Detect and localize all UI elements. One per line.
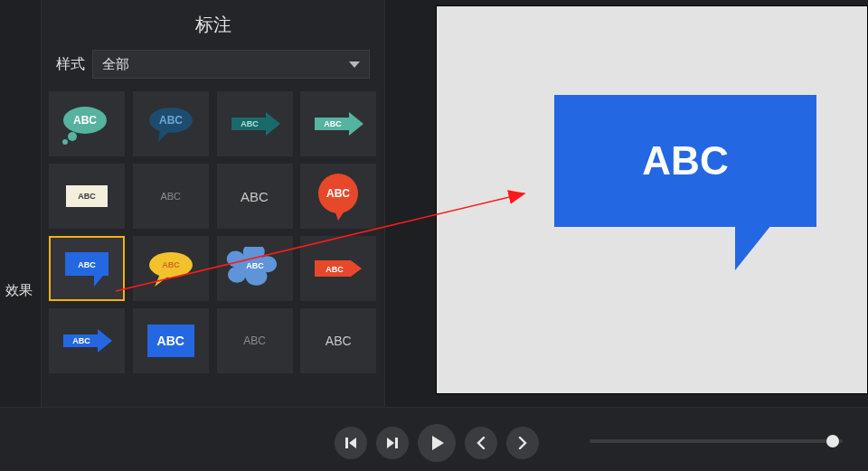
callout-item-text-4[interactable]: ABC	[300, 308, 376, 373]
seek-knob[interactable]	[826, 435, 839, 447]
callout-preview-text: ABC	[642, 138, 728, 184]
rectangle-icon: ABC	[147, 325, 194, 357]
arrow-right-icon: ABC	[309, 110, 367, 137]
playback-bar	[0, 407, 868, 471]
text-icon: ABC	[326, 334, 352, 348]
style-dropdown[interactable]: 全部	[92, 50, 370, 79]
svg-point-2	[62, 139, 68, 145]
svg-point-1	[68, 132, 77, 141]
arrow-right-icon: ABC	[226, 110, 284, 137]
callout-tail	[735, 225, 771, 270]
prev-button[interactable]	[465, 427, 497, 459]
callout-item-oval-navy[interactable]: ABC	[133, 91, 209, 156]
step-fwd-icon	[385, 436, 400, 450]
step-fwd-button[interactable]	[376, 427, 409, 459]
callout-item-arrow-teal-dark[interactable]: ABC	[217, 91, 293, 156]
text-icon: ABC	[241, 189, 269, 204]
thought-bubble-icon: ABC	[226, 247, 284, 290]
arrow-tag-icon: ABC	[313, 259, 363, 278]
callout-item-rect-cream[interactable]: ABC	[49, 164, 125, 229]
svg-text:ABC: ABC	[162, 260, 180, 269]
preview-canvas[interactable]: ABC	[436, 5, 868, 394]
play-icon	[428, 434, 446, 452]
callout-item-arrow-blue-solid[interactable]: ABC	[49, 308, 125, 373]
sidebar-item-effects[interactable]: 效果	[5, 282, 33, 299]
svg-text:ABC: ABC	[72, 336, 90, 345]
step-back-button[interactable]	[335, 427, 367, 459]
callout-grid: ABC ABC ABC	[42, 91, 384, 399]
text-icon: ABC	[160, 191, 181, 202]
chevron-down-icon	[349, 61, 360, 68]
callouts-panel: 标注 样式 全部 ABC	[42, 0, 385, 407]
callout-item-text-1[interactable]: ABC	[133, 164, 209, 229]
speech-rect-icon: ABC	[61, 249, 112, 288]
rectangle-icon: ABC	[66, 185, 108, 207]
callout-item-oval-orange[interactable]: ABC	[300, 164, 376, 229]
callout-item-arrow-teal-solid[interactable]: ABC	[300, 91, 376, 156]
svg-text:ABC: ABC	[73, 114, 97, 127]
arrow-right-icon: ABC	[58, 327, 116, 354]
callout-item-rect-callout-blue[interactable]: ABC	[49, 236, 125, 301]
svg-rect-19	[395, 438, 398, 448]
style-filter-row: 样式 全部	[42, 46, 384, 91]
preview-area: ABC	[385, 0, 868, 407]
speech-rect-icon: ABC	[554, 95, 816, 227]
panel-title: 标注	[42, 0, 384, 46]
left-sidebar: 效果	[0, 0, 42, 407]
seek-slider[interactable]	[590, 439, 843, 443]
svg-text:ABC: ABC	[326, 265, 344, 274]
callout-item-text-3[interactable]: ABC	[217, 308, 293, 373]
callout-item-oval-yellow[interactable]: ABC	[133, 236, 209, 301]
step-back-icon	[344, 436, 358, 450]
play-button[interactable]	[418, 424, 456, 462]
svg-text:ABC: ABC	[246, 261, 264, 270]
callout-item-text-2[interactable]: ABC	[217, 164, 293, 229]
callout-item-thought-ltblue[interactable]: ABC	[217, 236, 293, 301]
speech-oval-icon: ABC	[142, 247, 200, 290]
chevron-left-icon	[475, 437, 487, 449]
callout-item-rect-blue[interactable]: ABC	[133, 308, 209, 373]
text-icon: ABC	[243, 334, 266, 347]
style-label: 样式	[56, 55, 85, 74]
thought-bubble-icon: ABC	[58, 102, 116, 146]
callout-item-arrow-orange-tag[interactable]: ABC	[300, 236, 376, 301]
callout-item-thought-teal[interactable]: ABC	[49, 91, 125, 156]
svg-rect-18	[345, 438, 348, 448]
chevron-right-icon	[516, 437, 529, 449]
dropdown-value: 全部	[102, 56, 129, 73]
svg-text:ABC: ABC	[326, 187, 350, 200]
svg-text:ABC: ABC	[78, 260, 96, 269]
svg-text:ABC: ABC	[325, 119, 343, 128]
callout-preview-object[interactable]: ABC	[554, 95, 816, 258]
next-button[interactable]	[506, 427, 539, 459]
speech-oval-icon: ABC	[311, 172, 365, 221]
svg-text:ABC: ABC	[159, 114, 183, 127]
speech-oval-icon: ABC	[142, 102, 200, 146]
svg-text:ABC: ABC	[241, 119, 259, 128]
